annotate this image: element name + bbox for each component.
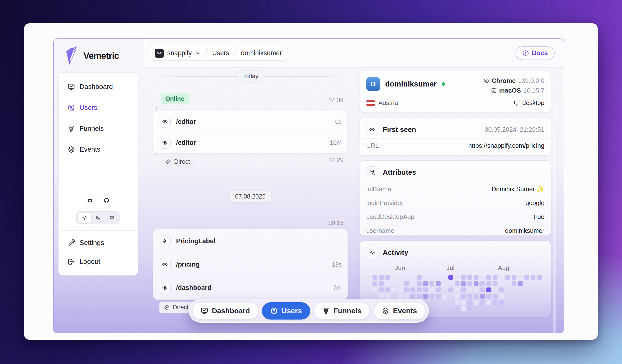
- heatmap-cell[interactable]: [455, 294, 460, 299]
- heatmap-cell[interactable]: [537, 275, 542, 280]
- heatmap-cell[interactable]: [436, 281, 441, 286]
- heatmap-cell[interactable]: [467, 281, 472, 286]
- bottom-nav-dashboard[interactable]: Dashboard: [192, 302, 258, 320]
- heatmap-cell[interactable]: [486, 281, 491, 286]
- heatmap-cell[interactable]: [467, 300, 472, 305]
- heatmap-cell[interactable]: [410, 275, 415, 280]
- heatmap-cell[interactable]: [474, 300, 479, 305]
- source-chip[interactable]: Direct: [159, 302, 193, 313]
- bottom-nav-users[interactable]: Users: [262, 302, 310, 320]
- logo[interactable]: Vemetric: [54, 39, 144, 66]
- heatmap-cell[interactable]: [417, 275, 422, 280]
- heatmap-cell[interactable]: [499, 281, 504, 286]
- docs-button[interactable]: ? Docs: [516, 46, 555, 60]
- heatmap-cell[interactable]: [512, 275, 516, 280]
- heatmap-cell[interactable]: [486, 288, 491, 292]
- heatmap-cell[interactable]: [505, 275, 510, 280]
- heatmap-cell[interactable]: [391, 288, 396, 292]
- heatmap-cell[interactable]: [486, 275, 491, 280]
- heatmap-cell[interactable]: [410, 281, 415, 286]
- heatmap-cell[interactable]: [493, 300, 498, 305]
- scrollbar[interactable]: [553, 102, 556, 333]
- heatmap-cell[interactable]: [518, 281, 523, 286]
- heatmap-cell[interactable]: [493, 275, 498, 280]
- heatmap-cell[interactable]: [486, 294, 491, 299]
- heatmap-cell[interactable]: [499, 300, 504, 305]
- heatmap-cell[interactable]: [455, 306, 460, 311]
- heatmap-cell[interactable]: [366, 281, 371, 286]
- heatmap-cell[interactable]: [455, 300, 460, 305]
- heatmap-cell[interactable]: [398, 288, 403, 292]
- heatmap-cell[interactable]: [398, 294, 403, 299]
- heatmap-cell[interactable]: [474, 288, 479, 292]
- heatmap-cell[interactable]: [518, 275, 523, 280]
- theme-dark-button[interactable]: [91, 213, 105, 223]
- bottom-nav-funnels[interactable]: Funnels: [314, 302, 369, 320]
- heatmap-cell[interactable]: [379, 281, 384, 286]
- theme-light-button[interactable]: [78, 213, 91, 223]
- heatmap-cell[interactable]: [448, 288, 453, 292]
- heatmap-cell[interactable]: [512, 281, 516, 286]
- heatmap-cell[interactable]: [366, 275, 371, 280]
- heatmap-cell[interactable]: [417, 281, 422, 286]
- breadcrumb-detail[interactable]: dominiksumer: [235, 46, 288, 60]
- heatmap-cell[interactable]: [404, 281, 409, 286]
- heatmap-cell[interactable]: [372, 288, 377, 292]
- heatmap-cell[interactable]: [410, 288, 415, 292]
- source-chip[interactable]: Direct: [161, 156, 194, 167]
- heatmap-cell[interactable]: [455, 275, 460, 280]
- heatmap-cell[interactable]: [410, 294, 415, 299]
- sidebar-item-dashboard[interactable]: Dashboard: [63, 79, 133, 94]
- heatmap-cell[interactable]: [474, 294, 479, 299]
- heatmap-cell[interactable]: [505, 281, 510, 286]
- heatmap-cell[interactable]: [379, 294, 384, 299]
- theme-system-button[interactable]: [105, 213, 119, 223]
- heatmap-cell[interactable]: [448, 275, 453, 280]
- heatmap-cell[interactable]: [461, 306, 466, 311]
- heatmap-cell[interactable]: [429, 294, 434, 299]
- heatmap-cell[interactable]: [417, 288, 422, 292]
- heatmap-cell[interactable]: [461, 294, 466, 299]
- heatmap-cell[interactable]: [429, 281, 434, 286]
- heatmap-cell[interactable]: [467, 294, 472, 299]
- heatmap-cell[interactable]: [429, 288, 434, 292]
- breadcrumb-section[interactable]: Users: [206, 46, 235, 60]
- pageview-row[interactable]: /editor 0s: [153, 111, 348, 132]
- heatmap-cell[interactable]: [467, 275, 472, 280]
- heatmap-cell[interactable]: [480, 294, 485, 299]
- heatmap-cell[interactable]: [480, 281, 485, 286]
- sidebar-item-events[interactable]: Events: [63, 142, 133, 157]
- heatmap-cell[interactable]: [467, 306, 472, 311]
- sidebar-item-logout[interactable]: Logout: [63, 254, 133, 270]
- heatmap-cell[interactable]: [372, 281, 377, 286]
- heatmap-cell[interactable]: [499, 288, 504, 292]
- heatmap-cell[interactable]: [493, 294, 498, 299]
- heatmap-cell[interactable]: [372, 275, 377, 280]
- heatmap-cell[interactable]: [423, 281, 428, 286]
- heatmap-cell[interactable]: [379, 275, 384, 280]
- heatmap-cell[interactable]: [423, 294, 428, 299]
- heatmap-cell[interactable]: [499, 275, 504, 280]
- heatmap-cell[interactable]: [493, 288, 498, 292]
- sidebar-item-funnels[interactable]: Funnels: [63, 121, 133, 136]
- heatmap-cell[interactable]: [398, 281, 403, 286]
- heatmap-cell[interactable]: [404, 275, 409, 280]
- heatmap-cell[interactable]: [455, 281, 460, 286]
- discord-icon[interactable]: [84, 194, 96, 206]
- heatmap-cell[interactable]: [480, 275, 485, 280]
- heatmap-cell[interactable]: [461, 281, 466, 286]
- heatmap-cell[interactable]: [499, 294, 504, 299]
- pageview-row[interactable]: /editor 10m: [153, 132, 348, 153]
- heatmap-cell[interactable]: [442, 275, 447, 280]
- heatmap-cell[interactable]: [461, 275, 466, 280]
- pageview-row[interactable]: /pricing 13s: [153, 253, 348, 276]
- heatmap-cell[interactable]: [474, 281, 479, 286]
- heatmap-cell[interactable]: [436, 275, 441, 280]
- heatmap-cell[interactable]: [385, 294, 390, 299]
- sidebar-item-users[interactable]: Users: [63, 100, 133, 115]
- event-row[interactable]: PricingLabel: [153, 229, 348, 253]
- heatmap-cell[interactable]: [436, 288, 441, 292]
- heatmap-cell[interactable]: [436, 294, 441, 299]
- heatmap-cell[interactable]: [404, 288, 409, 292]
- heatmap-cell[interactable]: [455, 288, 460, 292]
